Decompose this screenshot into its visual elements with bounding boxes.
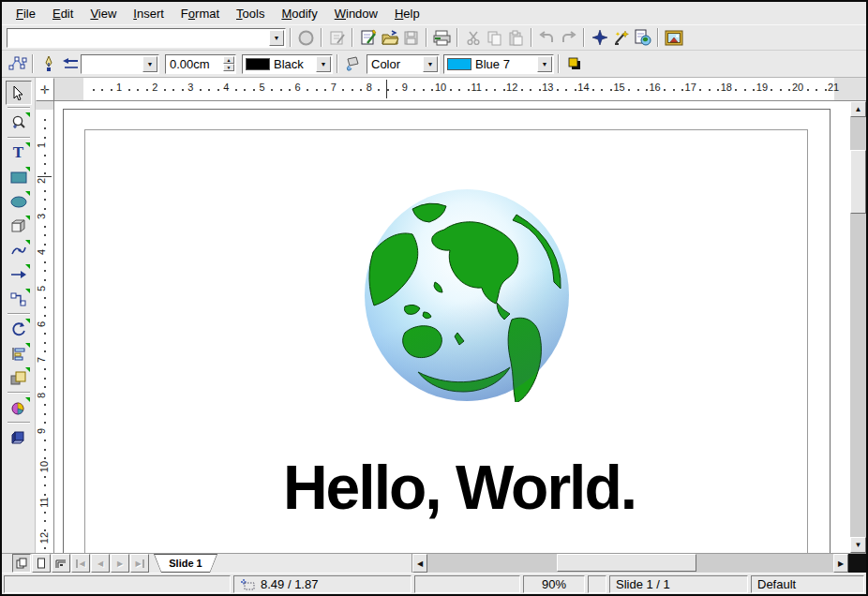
fill-color-value[interactable]: Blue 7: [471, 57, 536, 71]
master-mode-button[interactable]: [32, 554, 51, 573]
new-document-icon[interactable]: [357, 27, 379, 49]
menu-format[interactable]: Format: [172, 4, 228, 23]
arrange-tool-button[interactable]: [6, 365, 32, 390]
menu-insert[interactable]: Insert: [125, 4, 172, 23]
line-width-field[interactable]: 0.00cm ▲ ▼: [165, 54, 236, 74]
3d-controller-button[interactable]: [6, 425, 32, 450]
gallery-icon[interactable]: [663, 27, 684, 49]
fill-color-combobox[interactable]: Blue 7 ▼: [443, 54, 554, 74]
3d-objects-tool-button[interactable]: [6, 214, 32, 238]
line-style-combobox[interactable]: ▼: [81, 54, 159, 74]
autopilot-icon[interactable]: [610, 27, 632, 49]
rotate-tool-button[interactable]: [6, 317, 32, 341]
hyperlink-icon[interactable]: [632, 27, 653, 49]
edit-points-icon[interactable]: [7, 53, 28, 75]
ellipse-tool-button[interactable]: [6, 189, 32, 214]
menu-window[interactable]: Window: [326, 4, 386, 23]
page-style-segment[interactable]: Default: [751, 575, 864, 593]
slide-tab[interactable]: Slide 1: [154, 554, 217, 573]
slide-tab-label[interactable]: Slide 1: [155, 555, 217, 572]
line-width-spinner[interactable]: ▲ ▼: [223, 56, 234, 71]
lines-arrows-tool-button[interactable]: [6, 262, 32, 287]
text-tool-button[interactable]: T: [6, 141, 32, 165]
menu-file[interactable]: File: [7, 4, 44, 23]
zoom-tool-button[interactable]: [6, 111, 32, 135]
separator: [583, 28, 585, 47]
slide-canvas[interactable]: Hello, World.: [54, 101, 850, 553]
v-ruler-tick: [44, 547, 46, 549]
horizontal-scroll-thumb[interactable]: [557, 554, 696, 572]
navigator-icon[interactable]: [589, 27, 610, 49]
copy-icon[interactable]: [484, 27, 505, 49]
scroll-down-button[interactable]: ▼: [850, 537, 866, 553]
cut-icon[interactable]: [462, 27, 484, 49]
line-style-dropdown-button[interactable]: ▼: [142, 56, 157, 72]
horizontal-ruler[interactable]: 123456789101112131415161718192021: [54, 78, 866, 101]
vertical-ruler[interactable]: 123456789101112: [36, 101, 54, 553]
open-icon[interactable]: [379, 27, 400, 49]
menu-tools[interactable]: Tools: [228, 4, 273, 23]
print-icon[interactable]: [431, 27, 453, 49]
globe-image[interactable]: [364, 188, 570, 402]
h-ruler-tick: [735, 89, 737, 91]
horizontal-scroll-track[interactable]: [427, 554, 833, 573]
h-ruler-tick: [244, 89, 246, 91]
horizontal-scrollbar[interactable]: ◀ ▶: [412, 554, 848, 573]
redo-icon[interactable]: [558, 27, 579, 49]
paste-icon[interactable]: [505, 27, 527, 49]
fill-style-dropdown-button[interactable]: ▼: [423, 56, 438, 72]
line-width-value[interactable]: 0.00cm: [166, 57, 222, 71]
vertical-scroll-track[interactable]: [850, 117, 866, 537]
curve-tool-button[interactable]: [6, 238, 32, 262]
v-ruler-number: 8: [36, 393, 47, 398]
window-resize-corner[interactable]: [848, 554, 866, 573]
insert-tool-button[interactable]: [6, 395, 32, 420]
fill-style-value[interactable]: Color: [367, 57, 422, 71]
scroll-up-button[interactable]: ▲: [850, 101, 866, 117]
ruler-origin-button[interactable]: ✛: [36, 78, 54, 101]
menu-edit[interactable]: Edit: [44, 4, 82, 23]
h-ruler-number: 17: [685, 82, 696, 93]
slide-title-text[interactable]: Hello, World.: [283, 452, 636, 523]
menu-modify[interactable]: Modify: [273, 4, 325, 23]
select-tool-button[interactable]: [6, 81, 32, 105]
zoom-level-segment[interactable]: 90%: [523, 575, 585, 593]
layer-mode-button[interactable]: [52, 554, 70, 573]
connector-tool-button[interactable]: [6, 287, 32, 311]
stop-icon[interactable]: [295, 27, 317, 49]
arrow-style-icon[interactable]: [59, 53, 81, 75]
spin-up-icon[interactable]: ▲: [223, 56, 234, 64]
save-icon[interactable]: [400, 27, 422, 49]
first-page-button[interactable]: ◀: [71, 554, 90, 573]
line-color-combobox[interactable]: Black ▼: [242, 54, 333, 74]
scroll-right-button[interactable]: ▶: [833, 554, 848, 573]
undo-icon[interactable]: [536, 27, 558, 49]
rectangle-tool-button[interactable]: [6, 165, 32, 189]
fill-style-combobox[interactable]: Color ▼: [367, 54, 440, 74]
last-page-button[interactable]: ▶: [130, 554, 149, 573]
area-dialog-icon[interactable]: [342, 53, 364, 75]
v-ruler-tick: [44, 127, 46, 129]
h-ruler-tick: [709, 89, 711, 91]
menu-view[interactable]: View: [82, 4, 125, 23]
scroll-left-button[interactable]: ◀: [412, 554, 427, 573]
url-combobox[interactable]: ▼: [7, 28, 286, 48]
line-color-value[interactable]: Black: [270, 57, 315, 71]
next-page-button[interactable]: ▶: [111, 554, 129, 573]
line-color-dropdown-button[interactable]: ▼: [316, 56, 331, 72]
page-mode-button[interactable]: [12, 554, 31, 573]
previous-page-button[interactable]: ◀: [91, 554, 110, 573]
edit-file-disabled-icon[interactable]: [326, 27, 348, 49]
shadow-icon[interactable]: [563, 53, 585, 75]
menu-help[interactable]: Help: [386, 4, 428, 23]
line-dialog-icon[interactable]: [37, 53, 59, 75]
spin-down-icon[interactable]: ▼: [223, 64, 234, 71]
alignment-tool-button[interactable]: [6, 341, 32, 365]
v-ruler-tick: [44, 529, 46, 531]
v-ruler-number: 9: [36, 428, 47, 434]
h-ruler-tick: [182, 89, 184, 91]
vertical-scroll-thumb[interactable]: [850, 150, 866, 214]
url-dropdown-button[interactable]: ▼: [269, 30, 284, 46]
vertical-scrollbar[interactable]: ▲ ▼: [850, 101, 866, 553]
fill-color-dropdown-button[interactable]: ▼: [537, 56, 552, 72]
